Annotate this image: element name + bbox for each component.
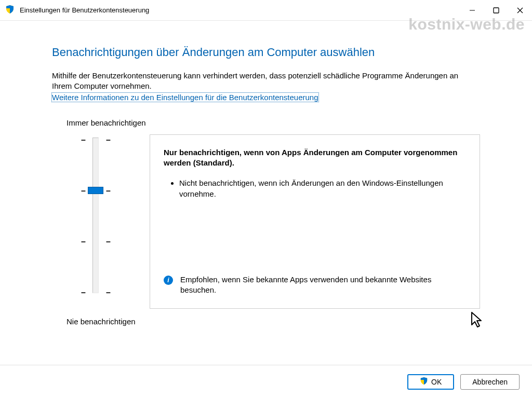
slider-control[interactable]: –– –– –– ––: [66, 134, 150, 309]
titlebar: Einstellungen für Benutzerkontensteuerun…: [0, 0, 532, 21]
info-icon: i: [164, 276, 173, 285]
cancel-button[interactable]: Abbrechen: [460, 374, 520, 390]
page-heading: Benachrichtigungen über Änderungen am Co…: [52, 46, 480, 59]
window-title: Einstellungen für Benutzerkontensteuerun…: [20, 6, 460, 14]
slider-bottom-label: Nie benachrichtigen: [66, 317, 480, 326]
maximize-button[interactable]: [484, 0, 508, 20]
slider-thumb[interactable]: [88, 187, 103, 194]
panel-bullet: Nicht benachrichtigen, wenn ich Änderung…: [179, 177, 466, 199]
uac-shield-icon: [420, 377, 428, 387]
cancel-button-label: Abbrechen: [472, 378, 508, 386]
slider-top-label: Immer benachrichtigen: [66, 118, 480, 127]
slider-area: Immer benachrichtigen –– –– –– –– Nur be…: [52, 118, 480, 326]
slider-tick: ––: [81, 237, 110, 246]
close-button[interactable]: [508, 0, 532, 20]
content-area: Benachrichtigungen über Änderungen am Co…: [0, 21, 532, 326]
ok-button[interactable]: OK: [407, 374, 454, 390]
slider-track: [92, 138, 99, 293]
svg-rect-1: [494, 8, 499, 13]
panel-bullets: Nicht benachrichtigen, wenn ich Änderung…: [164, 177, 466, 204]
minimize-button[interactable]: [460, 0, 484, 20]
window-controls: [460, 0, 532, 20]
recommendation-row: i Empfohlen, wenn Sie bekannte Apps verw…: [164, 275, 466, 296]
footer: OK Abbrechen: [0, 365, 532, 398]
ok-button-label: OK: [431, 378, 442, 386]
slider-tick: ––: [81, 288, 110, 297]
slider-tick: ––: [81, 135, 110, 145]
recommendation-text: Empfohlen, wenn Sie bekannte Apps verwen…: [180, 275, 466, 296]
description-text: Mithilfe der Benutzerkontensteuerung kan…: [52, 71, 480, 92]
panel-title: Nur benachrichtigen, wenn von Apps Änder…: [164, 147, 466, 169]
help-link[interactable]: Weitere Informationen zu den Einstellung…: [52, 93, 318, 102]
uac-shield-icon: [5, 5, 15, 16]
description-panel: Nur benachrichtigen, wenn von Apps Änder…: [150, 134, 480, 309]
